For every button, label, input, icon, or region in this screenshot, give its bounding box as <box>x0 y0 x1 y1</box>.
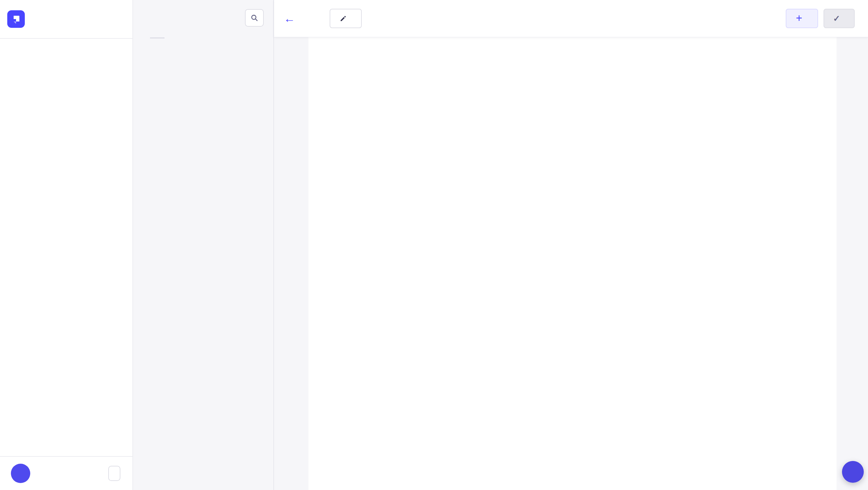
fields-card <box>309 37 837 490</box>
search-button[interactable] <box>245 9 264 27</box>
edit-button[interactable] <box>330 9 362 28</box>
divider <box>150 37 164 38</box>
strapi-logo-icon <box>7 10 25 28</box>
help-button[interactable] <box>842 461 864 483</box>
avatar[interactable] <box>11 464 30 483</box>
sidebar-footer <box>0 456 132 490</box>
back-link[interactable]: ← <box>284 13 300 24</box>
save-button[interactable]: ✓ <box>824 9 855 28</box>
search-icon <box>250 13 258 22</box>
sidebar-nav <box>0 39 132 47</box>
main-area: ← + ✓ <box>274 0 868 490</box>
check-icon: ✓ <box>833 13 840 24</box>
add-another-field-button[interactable]: + <box>786 9 818 28</box>
app-root: ← + ✓ <box>0 0 868 490</box>
pencil-icon <box>339 14 347 22</box>
page-header: ← + ✓ <box>274 0 868 37</box>
brand <box>0 0 132 39</box>
main-sidebar <box>0 0 133 490</box>
header-actions: + ✓ <box>786 9 855 28</box>
collapse-sidebar-button[interactable] <box>108 466 120 481</box>
content-area <box>274 37 868 490</box>
plus-icon: + <box>796 13 802 24</box>
ctb-subnav <box>133 0 274 490</box>
back-arrow-icon: ← <box>284 13 295 24</box>
subnav-head <box>133 0 273 27</box>
